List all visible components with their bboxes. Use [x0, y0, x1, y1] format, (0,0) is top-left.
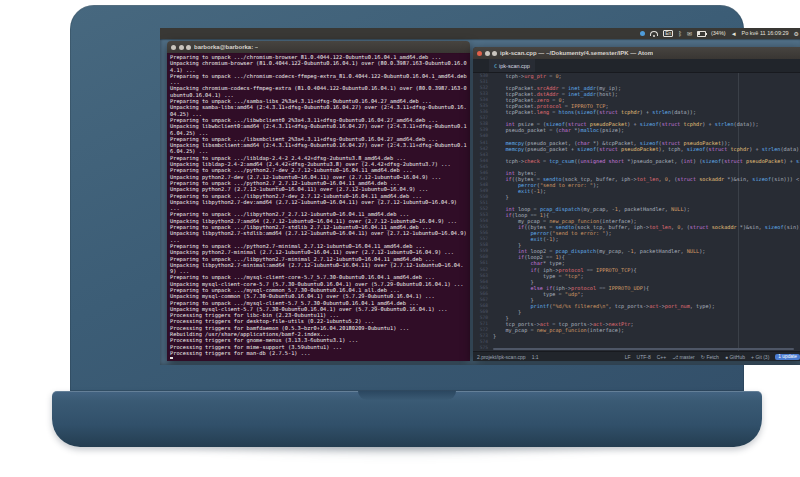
terminal-title: barborka@barborka: ~	[194, 44, 258, 50]
terminal-line: Unpacking libsmbclient:amd64 (2:4.3.11+d…	[170, 142, 468, 155]
status-encoding[interactable]: UTF-8	[637, 354, 651, 360]
status-github[interactable]: ● GitHub	[725, 354, 745, 360]
terminal-line: Unpacking chromium-browser (81.0.4044.12…	[170, 60, 468, 73]
terminal-line: Unpacking samba-libs:amd64 (2:4.3.11+dfs…	[170, 104, 468, 117]
laptop-screen: En ᛒ ✉ (34%) ◄ Po kvě 11 16:09:29 ⚙	[160, 28, 800, 365]
maximize-icon[interactable]	[492, 51, 497, 56]
status-git-changes[interactable]: + Git (3)	[751, 354, 769, 360]
status-file-path[interactable]: 2.projekt/ipk-scan.cpp	[477, 354, 526, 360]
wifi-icon[interactable]	[650, 31, 658, 36]
window-buttons	[477, 51, 497, 56]
terminal-line: Unpacking chromium-codecs-ffmpeg-extra (…	[170, 85, 468, 98]
mail-icon[interactable]: ✉	[687, 31, 692, 37]
update-badge[interactable]: 1 update	[775, 354, 800, 360]
github-icon: ●	[725, 354, 728, 360]
tab-label: ipk-scan.cpp	[499, 63, 530, 69]
top-panel: En ᛒ ✉ (34%) ◄ Po kvě 11 16:09:29 ⚙	[160, 28, 800, 39]
minimize-icon[interactable]	[485, 51, 490, 56]
battery-icon[interactable]	[697, 31, 706, 37]
branch-icon: ⎇	[672, 354, 678, 360]
volume-icon[interactable]: ◄	[731, 31, 737, 37]
github-label: GitHub	[729, 354, 745, 360]
terminal-line: Preparing to unpack .../chromium-codecs-…	[170, 73, 468, 86]
terminal-line: Unpacking libpython2.7-stdlib:amd64 (2.7…	[170, 230, 468, 243]
bluetooth-icon[interactable]: ᛒ	[678, 31, 682, 37]
status-cursor-position[interactable]: 1:1	[532, 354, 539, 360]
fetch-icon: ↻	[701, 354, 705, 360]
atom-window: ipk-scan.cpp — ~/Dokumenty/4.semester/IP…	[473, 47, 800, 361]
terminal-line: Unpacking libwbclient0:amd64 (2:4.3.11+d…	[170, 123, 468, 136]
status-grammar[interactable]: C++	[657, 354, 666, 360]
tab-bar: C ipk-scan.cpp	[473, 59, 800, 73]
atom-title: ipk-scan.cpp — ~/Dokumenty/4.semester/IP…	[500, 50, 653, 56]
close-icon[interactable]	[171, 45, 176, 50]
session-gear-icon[interactable]: ⚙	[794, 31, 799, 37]
terminal-line: Unpacking libpython2.7-minimal:amd64 (2.…	[170, 262, 468, 275]
maximize-icon[interactable]	[186, 45, 191, 50]
status-bar: 2.projekt/ipk-scan.cpp 1:1 LF UTF-8 C++ …	[473, 351, 800, 361]
window-buttons	[171, 45, 191, 50]
terminal-output[interactable]: Preparing to unpack .../chromium-browser…	[167, 53, 470, 361]
status-git-branch[interactable]: ⎇ master	[672, 354, 695, 360]
fetch-label: Fetch	[706, 354, 719, 360]
git-plus-icon: +	[751, 354, 754, 360]
laptop-base	[52, 391, 762, 447]
keyboard-layout-indicator[interactable]: En	[663, 30, 673, 37]
terminal-window: barborka@barborka: ~ Preparing to unpack…	[167, 41, 470, 361]
terminal-line: Unpacking libpython2.7-dev:amd64 (2.7.12…	[170, 199, 468, 212]
git-label: Git (3)	[755, 354, 769, 360]
line-number-gutter: 5305315325335345355365375385395405415425…	[473, 73, 490, 351]
updater-icon[interactable]	[640, 31, 645, 36]
terminal-line: Processing triggers for man-db (2.7.5-1)…	[170, 350, 468, 356]
branch-label: master	[679, 354, 694, 360]
code-pane[interactable]: tcph->urg_ptr = 0; tcpPacket.srcAddr = i…	[493, 73, 800, 351]
minimize-icon[interactable]	[179, 45, 184, 50]
battery-percent: (34%)	[711, 31, 726, 37]
clock[interactable]: Po kvě 11 16:09:29	[742, 31, 789, 37]
status-line-ending[interactable]: LF	[625, 354, 631, 360]
horizontal-scrollbar[interactable]	[493, 348, 794, 351]
scene: En ᛒ ✉ (34%) ◄ Po kvě 11 16:09:29 ⚙	[0, 0, 800, 477]
system-tray: En ᛒ ✉ (34%) ◄ Po kvě 11 16:09:29 ⚙	[640, 28, 799, 39]
tab-ipk-scan-cpp[interactable]: C ipk-scan.cpp	[489, 59, 535, 72]
terminal-cursor	[170, 357, 173, 359]
close-icon[interactable]	[477, 51, 482, 56]
code-line: tcph->check = tcp_csum((unsigned short *…	[493, 158, 800, 164]
c-file-icon: C	[494, 63, 497, 69]
status-fetch[interactable]: ↻ Fetch	[701, 354, 719, 360]
code-line: memcpy(pseudo_packet + sizeof(struct pse…	[493, 146, 800, 152]
code-editor[interactable]: 5305315325335345355365375385395405415425…	[473, 73, 800, 351]
laptop-lid: En ᛒ ✉ (34%) ◄ Po kvě 11 16:09:29 ⚙	[70, 5, 744, 391]
